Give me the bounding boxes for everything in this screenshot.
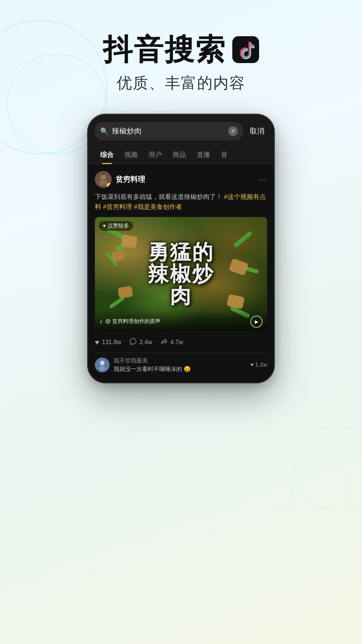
svg-rect-5 (102, 173, 105, 175)
tab-product[interactable]: 商品 (167, 146, 191, 164)
comment-content: 我不管我最美 我就没一次看时不咽唾沫的 😄 (114, 357, 246, 373)
video-bottom-bar: ♪ @ 贫穷料理创作的原声 ▶ (95, 310, 267, 331)
more-options-icon[interactable]: ··· (258, 175, 267, 184)
music-info: ♪ @ 贫穷料理创作的原声 (100, 318, 161, 325)
video-calligraphy-text: 勇猛的辣椒炒肉 (148, 241, 214, 307)
tab-comprehensive[interactable]: 综合 (95, 146, 119, 164)
shares-count: 4.7w (170, 339, 183, 346)
stat-comments[interactable]: 2.4w (129, 338, 152, 347)
comment-likes: ♥ 1.2w (250, 362, 267, 368)
title-text: 抖音搜索 (103, 34, 226, 66)
phone-wrapper: 🔍 辣椒炒肉 ✕ 取消 综合 视频 用户 商品 直播 (0, 114, 362, 383)
video-thumbnail: ♥ 点赞较多 勇猛的辣椒炒肉 ♪ @ 贫穷料理创作的原声 (95, 217, 267, 331)
play-button[interactable]: ▶ (250, 316, 262, 328)
comment-icon (129, 338, 137, 347)
tab-audio[interactable]: 音 (216, 146, 233, 164)
tab-live[interactable]: 直播 (191, 146, 216, 164)
hashtag-3[interactable]: #我是美食创作者 (134, 203, 182, 210)
page-title: 抖音搜索 (0, 34, 362, 66)
svg-point-8 (100, 361, 105, 365)
post-username[interactable]: 贫穷料理 (116, 174, 145, 184)
play-icon: ▶ (255, 319, 258, 324)
heart-icon-small: ♥ (103, 223, 106, 228)
heart-icon: ♥ (95, 338, 99, 347)
commenter-avatar (95, 358, 110, 372)
search-input-container[interactable]: 🔍 辣椒炒肉 ✕ (95, 122, 243, 140)
engagement-stats: ♥ 131.8w 2.4w (95, 336, 267, 353)
svg-point-9 (99, 366, 106, 371)
likes-badge: ♥ 点赞较多 (99, 221, 133, 231)
phone-mockup: 🔍 辣椒炒肉 ✕ 取消 综合 视频 用户 商品 直播 (87, 114, 275, 383)
search-query-text: 辣椒炒肉 (112, 126, 225, 136)
user-info: 贫穷料理 (95, 171, 145, 188)
post-description: 下饭菜到底有多凶猛，就看这道辣椒炒肉了！ #这个视频有点料 #贫穷料理 #我是美… (95, 192, 267, 212)
subtitle: 优质、丰富的内容 (0, 73, 362, 94)
share-icon (160, 338, 168, 347)
avatar (95, 171, 112, 188)
stat-likes[interactable]: ♥ 131.8w (95, 338, 121, 347)
comment-text: 我就没一次看时不咽唾沫的 😄 (114, 365, 246, 373)
stat-shares[interactable]: 4.7w (160, 338, 183, 347)
video-container[interactable]: ♥ 点赞较多 勇猛的辣椒炒肉 ♪ @ 贫穷料理创作的原声 (95, 217, 267, 331)
music-note-icon: ♪ (100, 318, 103, 325)
search-icon: 🔍 (100, 127, 109, 135)
content-area: 贫穷料理 ··· 下饭菜到底有多凶猛，就看这道辣椒炒肉了！ #这个视频有点料 #… (88, 164, 274, 382)
clear-icon: ✕ (231, 128, 235, 134)
post-header: 贫穷料理 ··· (95, 171, 267, 188)
verified-badge-icon (107, 183, 112, 188)
likes-badge-text: 点赞较多 (108, 222, 129, 229)
svg-rect-4 (100, 174, 107, 180)
hashtag-2[interactable]: #贫穷料理 (103, 203, 132, 210)
post-desc-text: 下饭菜到底有多凶猛，就看这道辣椒炒肉了！ (95, 193, 222, 200)
tiktok-logo-icon (232, 36, 259, 63)
likes-count: 131.8w (102, 339, 121, 346)
header-section: 抖音搜索 优质、丰富的内容 (0, 0, 362, 114)
tab-video[interactable]: 视频 (119, 146, 143, 164)
cancel-button[interactable]: 取消 (247, 126, 267, 136)
comments-count: 2.4w (139, 339, 152, 346)
comment-preview: 我不管我最美 我就没一次看时不咽唾沫的 😄 ♥ 1.2w (95, 353, 267, 376)
clear-search-button[interactable]: ✕ (228, 126, 238, 136)
search-bar-area: 🔍 辣椒炒肉 ✕ 取消 (88, 115, 274, 146)
tab-user[interactable]: 用户 (143, 146, 167, 164)
svg-point-3 (99, 180, 107, 185)
commenter-username: 我不管我最美 (114, 357, 246, 365)
bg-decoration-circle-4 (292, 466, 352, 527)
comment-heart-icon: ♥ (250, 362, 254, 368)
music-info-text: @ 贫穷料理创作的原声 (105, 318, 161, 325)
tab-bar: 综合 视频 用户 商品 直播 音 (88, 146, 274, 164)
comment-likes-count: 1.2w (255, 362, 267, 368)
